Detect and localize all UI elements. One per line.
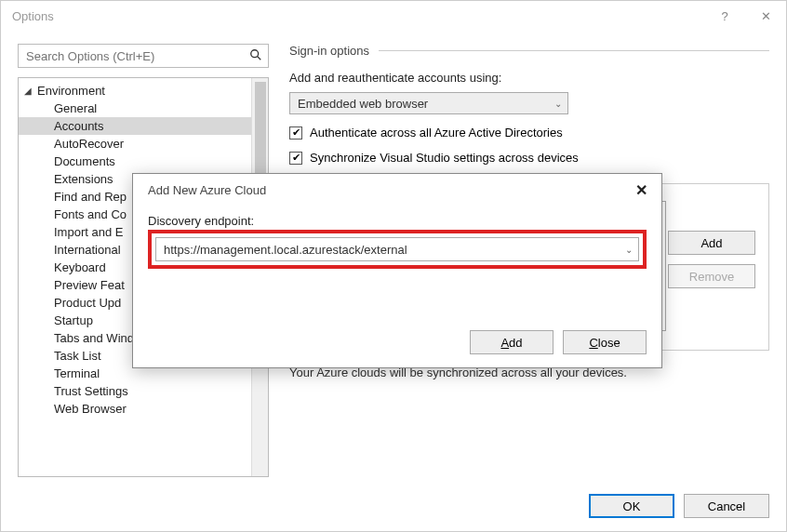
chevron-down-icon: ⌄	[625, 245, 633, 255]
tree-item-documents[interactable]: Documents	[19, 153, 251, 170]
modal-add-button[interactable]: Add	[470, 330, 554, 354]
authenticate-label: Authenticate across all Azure Active Dir…	[310, 126, 563, 140]
discovery-endpoint-input[interactable]: https://management.local.azurestack/exte…	[155, 237, 639, 261]
titlebar: Options ? ✕	[1, 1, 786, 31]
search-icon	[247, 48, 264, 64]
modal-close-button-2[interactable]: Close	[563, 330, 647, 354]
tree-item-accounts[interactable]: Accounts	[19, 117, 251, 135]
modal-close-button[interactable]: ✕	[630, 181, 652, 199]
chevron-down-icon: ⌄	[554, 99, 562, 109]
svg-line-1	[258, 56, 261, 60]
ok-button[interactable]: OK	[589, 494, 674, 518]
discovery-endpoint-label: Discovery endpoint:	[148, 214, 647, 228]
add-azure-cloud-dialog: Add New Azure Cloud ✕ Discovery endpoint…	[132, 173, 662, 368]
section-header: Sign-in options	[289, 44, 769, 58]
synchronize-label: Synchronize Visual Studio settings acros…	[310, 151, 579, 165]
accounts-using-label: Add and reauthenticate accounts using:	[289, 71, 769, 85]
search-input[interactable]	[22, 49, 247, 63]
accounts-method-dropdown[interactable]: Embedded web browser ⌄	[289, 92, 568, 114]
tree-root-environment[interactable]: ◢Environment	[19, 82, 251, 100]
help-button[interactable]: ?	[704, 1, 745, 31]
tree-item-autorecover[interactable]: AutoRecover	[19, 135, 251, 153]
modal-buttons: Add Close	[460, 330, 647, 354]
accounts-method-value: Embedded web browser	[298, 97, 428, 111]
highlight-annotation: https://management.local.azurestack/exte…	[148, 230, 647, 269]
search-field[interactable]	[18, 44, 269, 68]
tree-item-web-browser[interactable]: Web Browser	[19, 400, 251, 418]
checkbox-checked-icon[interactable]: ✔	[289, 152, 302, 165]
expand-arrow-icon: ◢	[24, 86, 37, 96]
dialog-footer: OK Cancel	[580, 494, 769, 518]
authenticate-checkbox-row[interactable]: ✔ Authenticate across all Azure Active D…	[289, 126, 769, 140]
remove-cloud-button: Remove	[668, 264, 755, 288]
options-window: Options ? ✕ ◢EnvironmentGeneralAccountsA…	[0, 0, 787, 532]
window-title: Options	[12, 9, 704, 23]
section-title-text: Sign-in options	[289, 44, 369, 58]
discovery-endpoint-value: https://management.local.azurestack/exte…	[164, 243, 407, 257]
cancel-button[interactable]: Cancel	[684, 494, 769, 518]
modal-title: Add New Azure Cloud	[148, 183, 647, 197]
azure-clouds-buttons: Add Remove	[668, 231, 755, 298]
tree-item-trust-settings[interactable]: Trust Settings	[19, 382, 251, 400]
close-window-button[interactable]: ✕	[745, 1, 786, 31]
checkbox-checked-icon[interactable]: ✔	[289, 126, 302, 140]
svg-point-0	[251, 49, 259, 57]
tree-item-general[interactable]: General	[19, 100, 251, 117]
add-cloud-button[interactable]: Add	[668, 231, 755, 255]
synchronize-checkbox-row[interactable]: ✔ Synchronize Visual Studio settings acr…	[289, 151, 769, 165]
section-divider	[379, 50, 769, 51]
